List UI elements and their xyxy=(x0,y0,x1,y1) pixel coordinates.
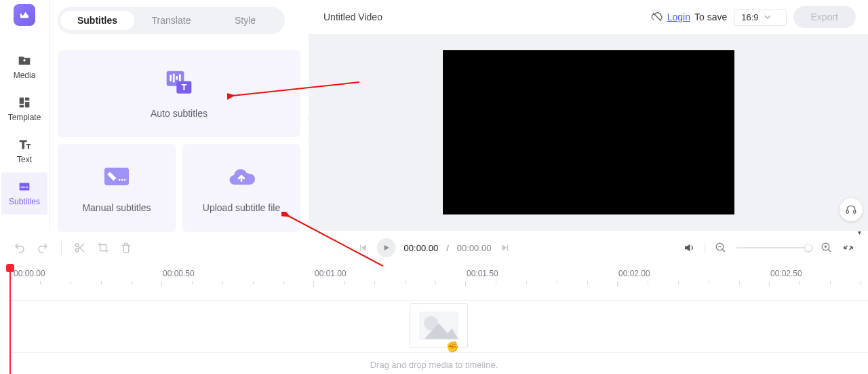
skip-forward-icon[interactable] xyxy=(499,242,510,253)
subtitles-panel: Subtitles Translate Style T Auto subtitl… xyxy=(50,0,309,231)
volume-icon[interactable] xyxy=(683,242,695,254)
template-icon xyxy=(17,95,32,110)
text-icon xyxy=(17,137,32,152)
playhead[interactable] xyxy=(9,265,11,374)
divider xyxy=(705,242,705,254)
svg-rect-16 xyxy=(104,168,129,185)
divider xyxy=(61,242,62,254)
card-label: Manual subtitles xyxy=(82,202,151,213)
svg-rect-22 xyxy=(854,210,856,214)
ruler-label: 00:01.50 xyxy=(467,269,498,278)
svg-line-31 xyxy=(722,249,725,252)
tab-subtitles[interactable]: Subtitles xyxy=(60,11,134,30)
redo-icon[interactable] xyxy=(37,242,49,254)
grab-cursor-icon: ✊ xyxy=(446,341,459,353)
subtitles-icon xyxy=(17,179,32,194)
sidebar-item-template[interactable]: Template xyxy=(1,88,47,130)
svg-text:T: T xyxy=(181,82,186,92)
video-title-input[interactable] xyxy=(321,7,497,26)
card-upload-subtitle-file[interactable]: Upload subtitle file xyxy=(182,144,300,232)
card-label: Upload subtitle file xyxy=(203,202,280,213)
svg-point-17 xyxy=(119,179,121,181)
crop-icon[interactable] xyxy=(97,242,109,254)
timeline: 00:00.00 00:00.50 00:01.00 00:01.50 00:0… xyxy=(0,265,868,374)
headset-icon xyxy=(845,204,857,216)
ruler-label: 00:00.50 xyxy=(163,269,195,278)
svg-line-20 xyxy=(653,13,661,21)
zoom-slider-thumb[interactable] xyxy=(804,244,812,252)
timeline-track[interactable] xyxy=(9,300,868,353)
card-auto-subtitles[interactable]: T Auto subtitles xyxy=(58,50,300,137)
tab-translate[interactable]: Translate xyxy=(134,11,208,30)
zoom-slider[interactable] xyxy=(736,247,811,248)
ruler-label: 00:01.00 xyxy=(315,269,347,278)
svg-rect-13 xyxy=(179,74,181,81)
svg-rect-12 xyxy=(176,76,178,79)
collapse-icon[interactable] xyxy=(842,242,854,254)
timeline-drop-hint: Drag and drop media to timeline. xyxy=(0,360,868,370)
ruler-label: 00:02.00 xyxy=(618,269,650,278)
svg-line-35 xyxy=(828,249,831,252)
card-label: Auto subtitles xyxy=(151,108,208,119)
aspect-ratio-select[interactable]: 16:9 xyxy=(734,9,786,26)
svg-rect-5 xyxy=(20,105,24,108)
video-canvas[interactable] xyxy=(443,50,734,214)
to-save-text: To save xyxy=(694,12,727,22)
sidebar-item-label: Text xyxy=(17,155,32,164)
cloud-off-icon xyxy=(651,11,663,23)
sidebar-item-label: Media xyxy=(14,71,36,80)
aspect-ratio-value: 16:9 xyxy=(741,12,758,22)
svg-rect-8 xyxy=(26,187,28,187)
svg-rect-4 xyxy=(25,102,29,107)
sidebar-item-text[interactable]: Text xyxy=(1,130,47,172)
svg-rect-2 xyxy=(20,98,24,104)
sidebar-item-label: Subtitles xyxy=(9,197,40,206)
svg-rect-1 xyxy=(24,59,24,62)
support-button[interactable] xyxy=(840,198,863,221)
left-sidebar: Media Template Text Subtitles xyxy=(0,0,50,231)
svg-rect-10 xyxy=(170,75,172,81)
svg-rect-7 xyxy=(21,187,25,187)
top-header: Login To save 16:9 Export xyxy=(309,0,868,34)
svg-point-24 xyxy=(75,249,79,253)
current-time: 00:00.00 xyxy=(404,243,439,253)
card-manual-subtitles[interactable]: Manual subtitles xyxy=(58,144,176,232)
skip-back-icon[interactable] xyxy=(358,242,369,253)
login-area: Login To save xyxy=(651,11,728,23)
svg-point-23 xyxy=(75,244,79,247)
login-link[interactable]: Login xyxy=(667,12,690,22)
sidebar-item-label: Template xyxy=(8,113,41,122)
zoom-in-icon[interactable] xyxy=(821,242,833,254)
timeline-ruler[interactable]: 00:00.00 00:00.50 00:01.00 00:01.50 00:0… xyxy=(0,265,868,288)
trash-icon[interactable] xyxy=(120,242,132,254)
subtitle-cards: T Auto subtitles Manual subtitles Upload… xyxy=(58,50,300,232)
svg-rect-3 xyxy=(25,98,29,101)
auto-subtitles-icon: T xyxy=(164,69,194,96)
chevron-down-icon xyxy=(764,14,771,20)
ruler-label: 00:00.00 xyxy=(14,269,45,278)
app-logo[interactable] xyxy=(14,4,35,26)
svg-rect-27 xyxy=(360,244,361,250)
export-button[interactable]: Export xyxy=(793,6,856,28)
tab-group: Subtitles Translate Style xyxy=(58,7,285,34)
video-preview: ▾ xyxy=(309,34,868,231)
drop-media-placeholder[interactable] xyxy=(410,303,468,348)
play-button[interactable] xyxy=(377,238,396,257)
zoom-out-icon[interactable] xyxy=(715,242,727,254)
svg-rect-11 xyxy=(173,73,175,82)
cloud-upload-icon xyxy=(226,163,256,190)
svg-rect-28 xyxy=(507,244,508,250)
manual-subtitles-icon xyxy=(102,163,132,190)
sidebar-item-subtitles[interactable]: Subtitles xyxy=(1,172,47,214)
undo-icon[interactable] xyxy=(14,242,26,254)
folder-plus-icon xyxy=(17,53,32,68)
sidebar-item-media[interactable]: Media xyxy=(1,46,47,88)
svg-rect-21 xyxy=(846,210,848,214)
scissors-icon[interactable] xyxy=(74,242,86,254)
svg-point-19 xyxy=(124,179,126,181)
time-separator: / xyxy=(446,243,449,253)
total-time: 00:00.00 xyxy=(457,243,492,253)
tab-style[interactable]: Style xyxy=(208,11,282,30)
image-placeholder-icon xyxy=(418,310,460,341)
play-icon xyxy=(382,243,391,253)
